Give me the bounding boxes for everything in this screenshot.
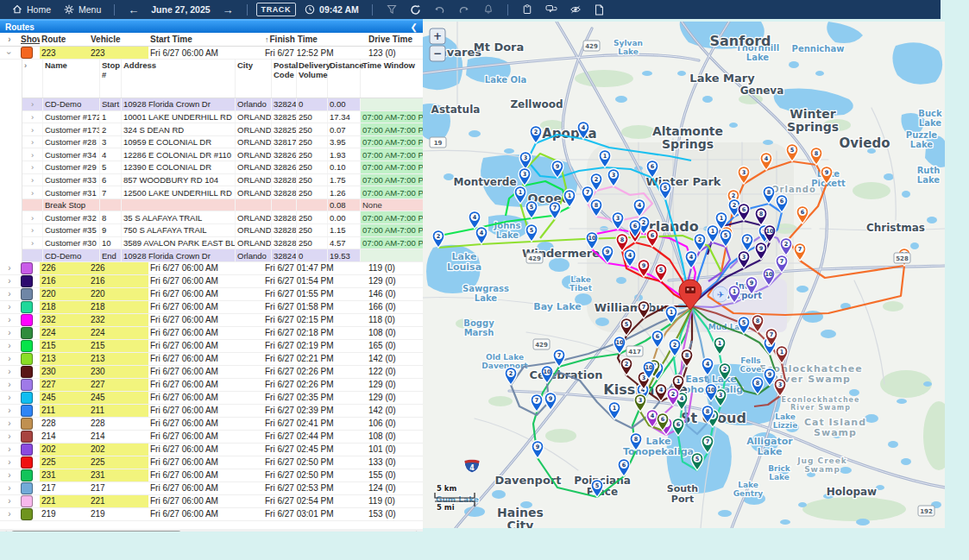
- stop-row[interactable]: › CD-Demo Start 10928 Florida Crown Dr O…: [22, 98, 423, 111]
- vehicle-cell[interactable]: 223: [89, 47, 148, 59]
- route-color-swatch[interactable]: [21, 340, 33, 352]
- show-column-header[interactable]: Show: [19, 33, 40, 46]
- route-number-cell[interactable]: 215: [40, 340, 89, 352]
- route-color-swatch[interactable]: [21, 379, 33, 391]
- route-number-cell[interactable]: 245: [40, 392, 89, 404]
- route-number-cell[interactable]: 230: [40, 366, 89, 378]
- route-color-swatch[interactable]: [21, 405, 33, 417]
- vehicle-cell[interactable]: 219: [89, 508, 148, 520]
- expand-route-chevron[interactable]: ›: [0, 353, 19, 365]
- route-number-cell[interactable]: 221: [40, 495, 89, 507]
- notifications-button[interactable]: [478, 3, 499, 16]
- vehicle-cell[interactable]: 230: [89, 366, 148, 378]
- route-row[interactable]: › 221 221 Fri 6/27 06:00 AM Fri 6/27 02:…: [0, 495, 423, 508]
- route-color-swatch[interactable]: [21, 482, 33, 494]
- expand-route-chevron[interactable]: ›: [0, 301, 19, 313]
- vehicle-cell[interactable]: 216: [89, 275, 148, 287]
- start-column-header[interactable]: Start Time: [148, 33, 263, 46]
- expand-route-chevron[interactable]: ›: [0, 379, 19, 391]
- route-color-swatch[interactable]: [21, 314, 33, 326]
- route-row[interactable]: › 224 224 Fri 6/27 06:00 AM Fri 6/27 02:…: [0, 327, 423, 340]
- route-row[interactable]: › 226 226 Fri 6/27 06:00 AM Fri 6/27 01:…: [0, 262, 423, 275]
- vehicle-cell[interactable]: 232: [89, 314, 148, 326]
- route-row[interactable]: › 245 245 Fri 6/27 06:00 AM Fri 6/27 02:…: [0, 392, 423, 405]
- vehicle-cell[interactable]: 225: [89, 456, 148, 469]
- route-row[interactable]: › 219 219 Fri 6/27 06:00 AM Fri 6/27 03:…: [0, 508, 423, 521]
- expand-route-chevron[interactable]: ›: [0, 288, 19, 300]
- expand-route-chevron[interactable]: ›: [0, 444, 19, 456]
- expand-route-chevron[interactable]: ›: [0, 392, 19, 404]
- expand-route-chevron[interactable]: ›: [0, 495, 19, 507]
- route-row[interactable]: › 228 228 Fri 6/27 06:00 AM Fri 6/27 02:…: [0, 418, 423, 431]
- vehicle-cell[interactable]: 224: [89, 327, 148, 339]
- collapse-route-chevron[interactable]: ›: [0, 47, 19, 59]
- route-number-cell[interactable]: 223: [40, 47, 89, 59]
- route-row[interactable]: › 231 231 Fri 6/27 06:00 AM Fri 6/27 02:…: [0, 469, 423, 482]
- route-row[interactable]: › 225 225 Fri 6/27 06:00 AM Fri 6/27 02:…: [0, 456, 423, 469]
- stops-city-header[interactable]: City: [236, 60, 272, 98]
- expand-stop-chevron[interactable]: ›: [22, 186, 43, 198]
- clipboard-button[interactable]: [517, 3, 538, 16]
- vehicle-cell[interactable]: 214: [89, 431, 148, 443]
- route-number-cell[interactable]: 211: [40, 405, 89, 417]
- expand-route-chevron[interactable]: ›: [0, 482, 19, 494]
- route-color-swatch[interactable]: [21, 47, 33, 59]
- route-number-cell[interactable]: 226: [40, 262, 89, 274]
- report-button[interactable]: [589, 3, 610, 16]
- route-number-cell[interactable]: 225: [40, 456, 89, 469]
- collapse-panel-chevron[interactable]: ❮: [411, 22, 418, 32]
- route-color-swatch[interactable]: [21, 495, 33, 507]
- vehicle-cell[interactable]: 218: [89, 301, 148, 313]
- date-display[interactable]: June 27, 2025: [147, 4, 214, 15]
- route-row[interactable]: › 220 220 Fri 6/27 06:00 AM Fri 6/27 01:…: [0, 288, 423, 301]
- route-number-cell[interactable]: 202: [40, 444, 89, 456]
- expand-route-chevron[interactable]: ›: [0, 469, 19, 481]
- map-container[interactable]: EconlockhatcheeRiver SwampEconlockhatche…: [423, 22, 945, 528]
- home-button[interactable]: Home: [7, 3, 55, 16]
- refresh-button[interactable]: [406, 3, 426, 16]
- chat-button[interactable]: [541, 3, 562, 16]
- route-row[interactable]: › 214 214 Fri 6/27 06:00 AM Fri 6/27 02:…: [0, 431, 423, 444]
- filter-button[interactable]: [381, 3, 402, 16]
- expand-route-chevron[interactable]: ›: [0, 340, 19, 352]
- route-row[interactable]: › 215 215 Fri 6/27 06:00 AM Fri 6/27 02:…: [0, 340, 423, 353]
- vehicle-cell[interactable]: 245: [89, 392, 148, 404]
- redo-button[interactable]: [454, 3, 475, 16]
- stops-distance-header[interactable]: Distance: [328, 60, 361, 98]
- expand-route-chevron[interactable]: ›: [0, 508, 19, 520]
- route-color-swatch[interactable]: [21, 392, 33, 404]
- stop-row[interactable]: › Customer #34 4 12286 E COLONIAL DR #11…: [22, 148, 423, 161]
- vehicle-cell[interactable]: 231: [89, 469, 148, 481]
- route-row[interactable]: › 211 211 Fri 6/27 06:00 AM Fri 6/27 02:…: [0, 405, 423, 418]
- route-row[interactable]: › 218 218 Fri 6/27 06:00 AM Fri 6/27 01:…: [0, 301, 423, 314]
- expand-stop-chevron[interactable]: ›: [22, 237, 43, 249]
- route-color-swatch[interactable]: [21, 508, 33, 520]
- finish-column-header[interactable]: ↑Finish Time: [263, 33, 367, 46]
- route-color-swatch[interactable]: [21, 456, 33, 469]
- expand-stop-chevron[interactable]: ›: [22, 174, 43, 186]
- route-color-swatch[interactable]: [21, 275, 33, 287]
- route-color-swatch[interactable]: [21, 366, 33, 378]
- drive-column-header[interactable]: Drive Time: [367, 33, 423, 46]
- vehicle-cell[interactable]: 220: [89, 288, 148, 300]
- route-row[interactable]: › 213 213 Fri 6/27 06:00 AM Fri 6/27 02:…: [0, 353, 423, 366]
- route-row[interactable]: › 216 216 Fri 6/27 06:00 AM Fri 6/27 01:…: [0, 275, 423, 288]
- route-number-cell[interactable]: 228: [40, 418, 89, 430]
- undo-button[interactable]: [430, 3, 450, 16]
- horizontal-scrollbar[interactable]: ◀ ▶: [0, 529, 423, 532]
- route-number-cell[interactable]: 214: [40, 431, 89, 443]
- expand-stop-chevron[interactable]: ›: [22, 148, 43, 160]
- expand-route-chevron[interactable]: ›: [0, 327, 19, 339]
- stop-row[interactable]: Break Stop 0.08 None: [22, 199, 423, 212]
- scrollbar-thumb[interactable]: [11, 531, 181, 532]
- route-number-cell[interactable]: 216: [40, 275, 89, 287]
- stop-row[interactable]: › Customer #30 10 3589 AVALON PARK EAST …: [22, 237, 423, 250]
- expand-all-chevron[interactable]: ›: [0, 33, 19, 46]
- expand-stop-chevron[interactable]: ›: [22, 98, 43, 110]
- prev-day-button[interactable]: ←: [123, 3, 143, 16]
- vehicle-cell[interactable]: 227: [89, 379, 148, 391]
- stop-row[interactable]: › Customer #173 2 324 S DEAN RD ORLANDO …: [22, 123, 423, 136]
- stop-row[interactable]: › Customer #32 8 35 S ALAFAYA TRAIL ORLA…: [22, 211, 423, 224]
- vehicle-cell[interactable]: 221: [89, 495, 148, 507]
- route-row-expanded[interactable]: › 223 223 Fri 6/27 06:00 AM Fri 6/27 12:…: [0, 47, 423, 60]
